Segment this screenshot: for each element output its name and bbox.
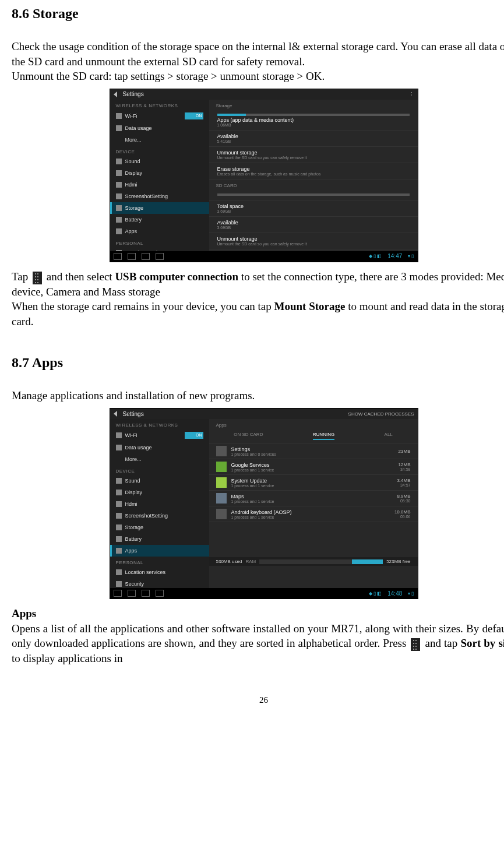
sidebar-item-label: Display [125, 170, 143, 176]
sidebar-item-security[interactable]: Security [110, 578, 209, 588]
sd-erase-row[interactable]: Erase storage [209, 249, 418, 251]
app-subtitle: 1 process and 1 service [231, 499, 393, 504]
bold-text: Sort by size [460, 637, 504, 649]
section-heading-apps: 8.7 Apps [12, 355, 504, 371]
status-clock: 14:48 [387, 590, 402, 597]
app-icon [216, 509, 227, 519]
row-title: Total space [217, 203, 410, 209]
tab-running[interactable]: RUNNING [313, 432, 334, 440]
sidebar-item-apps[interactable]: Apps [110, 545, 209, 557]
back-nav-icon[interactable] [114, 253, 122, 260]
menu-icon [33, 272, 42, 284]
show-cached-action[interactable]: SHOW CACHED PROCESSES [348, 411, 414, 417]
sidebar-item-more[interactable]: More... [110, 134, 209, 146]
sidebar-item-label: Battery [125, 217, 142, 223]
sidebar-item-label: Wi-Fi [125, 113, 138, 119]
sd-available-row[interactable]: Available 3.69GB [209, 217, 418, 233]
sidebar-item-display[interactable]: Display [110, 167, 209, 179]
sd-unmount-row[interactable]: Unmount storage Unmount the SD card so y… [209, 233, 418, 249]
sidebar-item-screenshot[interactable]: ScreenshotSetting [110, 191, 209, 202]
sidebar-item-sound[interactable]: Sound [110, 156, 209, 167]
storage-erase-row[interactable]: Erase storage Erases all data on the sto… [209, 163, 418, 179]
storage-available-row[interactable]: Available 5.41GB [209, 131, 418, 147]
row-title: Available [217, 133, 410, 139]
back-nav-icon[interactable] [114, 590, 122, 597]
sidebar-item-battery[interactable]: Battery [110, 214, 209, 226]
app-row[interactable]: Google Services1 process and 1 service12… [209, 459, 418, 475]
wifi-toggle[interactable]: ON [185, 432, 203, 439]
app-time: 05:06 [394, 515, 411, 519]
running-apps-list: Settings1 process and 0 services23MBGoog… [209, 443, 418, 522]
sidebar-item-screenshot[interactable]: ScreenshotSetting [110, 510, 209, 522]
screenshot-nav-icon[interactable] [156, 253, 164, 260]
app-icon [216, 493, 227, 504]
row-subtitle: 1.06MB [217, 123, 410, 127]
storage-apps-row[interactable]: Apps (app data & media content) 1.06MB [209, 110, 418, 131]
display-icon [116, 170, 122, 176]
sidebar-item-label: Hdmi [125, 182, 138, 188]
bold-text: Mount Storage [274, 300, 346, 312]
menu-icon [411, 638, 420, 651]
titlebar: Settings ⋮ [110, 89, 418, 100]
home-nav-icon[interactable] [128, 590, 136, 597]
text-fragment: Tap [12, 270, 31, 283]
row-subtitle: 3.69GB [217, 226, 410, 230]
camera-icon [116, 513, 122, 519]
apps-tabs: ON SD CARD RUNNING ALL [209, 429, 418, 443]
app-row[interactable]: Settings1 process and 0 services23MB [209, 443, 418, 459]
pane-title: Storage [209, 100, 418, 110]
sidebar-item-hdmi[interactable]: Hdmi [110, 498, 209, 510]
app-size: 3.4MB [397, 478, 410, 483]
tab-all[interactable]: ALL [385, 432, 393, 440]
settings-sidebar: WIRELESS & NETWORKS Wi-FiON Data usage M… [110, 100, 209, 251]
sidebar-item-sound[interactable]: Sound [110, 475, 209, 487]
sidebar-item-storage[interactable]: Storage [110, 202, 209, 214]
sidebar-item-apps[interactable]: Apps [110, 226, 209, 237]
navigation-bar: ◆ ▯ ◧ 14:48 ▾ ▯ [110, 588, 418, 599]
status-icons: ◆ ▯ ◧ [369, 591, 382, 596]
back-icon[interactable] [114, 91, 119, 97]
sidebar-section-personal: PERSONAL [110, 237, 209, 247]
battery-icon [116, 536, 122, 542]
row-title: Unmount storage [217, 236, 410, 242]
display-icon [116, 490, 122, 495]
back-icon[interactable] [114, 411, 119, 417]
app-size: 8.9MB [397, 494, 410, 499]
pane-title: Apps [209, 419, 418, 429]
home-nav-icon[interactable] [128, 253, 136, 260]
app-time: 05:30 [397, 499, 410, 503]
app-size: 23MB [399, 449, 411, 454]
sidebar-item-label: Battery [125, 536, 142, 542]
app-row[interactable]: Android keyboard (AOSP)1 process and 1 s… [209, 506, 418, 522]
camera-icon [116, 193, 122, 199]
sound-icon [116, 159, 122, 164]
sidebar-item-battery[interactable]: Battery [110, 533, 209, 545]
storage-unmount-row[interactable]: Unmount storage Unmount the SD card so y… [209, 147, 418, 163]
sidebar-item-data-usage[interactable]: Data usage [110, 442, 209, 453]
sd-total-row[interactable]: Total space 3.69GB [209, 200, 418, 217]
sidebar-item-storage[interactable]: Storage [110, 522, 209, 533]
app-row[interactable]: System Update1 process and 1 service3.4M… [209, 475, 418, 491]
data-icon [116, 445, 122, 450]
sidebar-item-location[interactable]: Location services [110, 566, 209, 578]
sidebar-section-device: DEVICE [110, 465, 209, 475]
row-subtitle: 3.69GB [217, 209, 410, 213]
wifi-toggle[interactable]: ON [185, 112, 203, 119]
sidebar-item-display[interactable]: Display [110, 487, 209, 498]
sidebar-item-location[interactable]: Location services [110, 247, 209, 251]
app-row[interactable]: Maps1 process and 1 service8.9MB05:30 [209, 491, 418, 506]
location-icon [116, 569, 122, 575]
recent-nav-icon[interactable] [142, 590, 150, 597]
sidebar-item-more[interactable]: More... [110, 453, 209, 465]
app-name: System Update [231, 478, 393, 484]
screenshot-nav-icon[interactable] [156, 590, 164, 597]
recent-nav-icon[interactable] [142, 253, 150, 260]
titlebar: Settings SHOW CACHED PROCESSES [110, 409, 418, 419]
sidebar-item-data-usage[interactable]: Data usage [110, 122, 209, 134]
sidebar-item-wifi[interactable]: Wi-FiON [110, 110, 209, 122]
sidebar-item-wifi[interactable]: Wi-FiON [110, 429, 209, 442]
status-clock: 14:47 [387, 253, 402, 259]
overflow-icon[interactable]: ⋮ [409, 91, 414, 97]
tab-on-sd-card[interactable]: ON SD CARD [234, 432, 263, 440]
sidebar-item-hdmi[interactable]: Hdmi [110, 179, 209, 191]
